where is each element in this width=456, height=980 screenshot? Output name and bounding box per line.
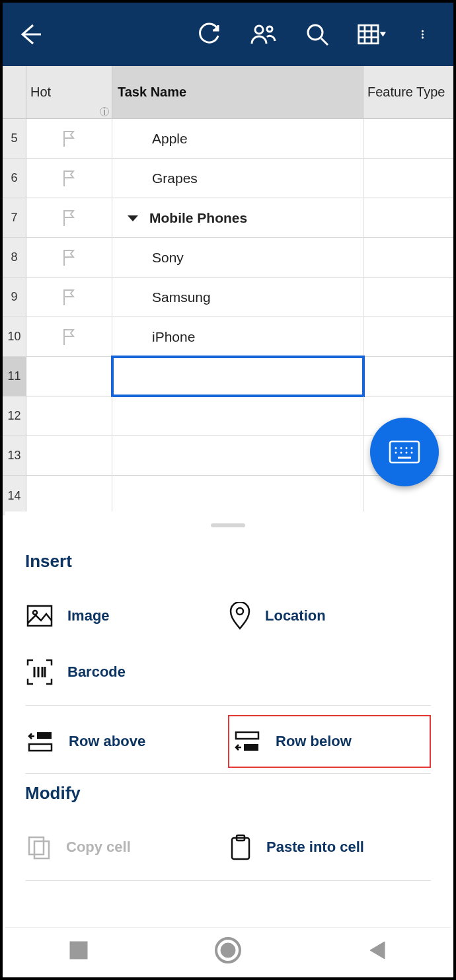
column-header-hot[interactable]: Hot i [26,66,112,118]
keyboard-fab[interactable] [370,418,439,486]
grid-row: 5Apple [3,119,453,159]
cell-feature[interactable] [363,317,453,356]
cell-feature[interactable] [363,238,453,277]
column-header-feature[interactable]: Feature Type [363,66,453,118]
svg-point-8 [395,447,397,449]
svg-point-1 [267,26,272,32]
svg-point-18 [33,611,37,615]
cell-task[interactable]: Mobile Phones [112,198,363,237]
cell-hot[interactable] [26,198,112,237]
svg-rect-30 [70,942,87,959]
row-number[interactable]: 12 [3,396,26,435]
cell-feature[interactable] [363,278,453,317]
back-button[interactable] [16,20,45,49]
grid-header-row: Hot i Task Name Feature Type [3,66,453,119]
cell-task[interactable] [112,357,363,396]
cell-feature[interactable] [363,357,453,396]
cell-hot[interactable] [26,238,112,277]
cell-task[interactable]: Apple [112,119,363,158]
svg-rect-24 [29,837,44,854]
cell-task[interactable]: Sony [112,238,363,277]
share-people-button[interactable] [248,20,278,49]
copy-cell-button: Copy cell [25,819,228,875]
cell-hot[interactable] [26,396,112,435]
cell-feature[interactable] [363,198,453,237]
insert-location-label: Location [265,607,326,624]
cell-hot[interactable] [26,357,112,396]
svg-point-14 [406,452,408,454]
row-number[interactable]: 10 [3,317,26,356]
cell-hot[interactable] [26,436,112,475]
svg-rect-21 [29,744,52,751]
insert-location-button[interactable]: Location [228,587,431,644]
indent-row-button[interactable] [228,890,431,903]
view-button[interactable] [357,20,386,49]
search-button[interactable] [303,20,332,49]
flag-icon [60,328,79,346]
collapse-caret-icon[interactable] [127,210,139,226]
grid-row: 9Samsung [3,278,453,317]
cell-task[interactable] [112,476,363,515]
paste-cell-button[interactable]: Paste into cell [228,819,431,875]
row-number[interactable]: 14 [3,476,26,515]
cell-hot[interactable] [26,278,112,317]
svg-rect-25 [34,841,49,858]
insert-row-above-button[interactable]: Row above [25,715,228,768]
row-number[interactable]: 11 [3,357,26,396]
svg-rect-3 [359,25,378,44]
cell-feature[interactable] [363,119,453,158]
nav-recent-button[interactable] [67,939,90,964]
svg-rect-23 [244,744,258,751]
sheet-handle[interactable] [211,523,245,527]
nav-home-button[interactable] [213,936,243,967]
paste-cell-label: Paste into cell [266,839,364,856]
column-header-task[interactable]: Task Name [112,66,363,118]
modify-section-title: Modify [25,783,431,804]
cell-hot[interactable] [26,119,112,158]
cell-hot[interactable] [26,317,112,356]
row-number[interactable]: 9 [3,278,26,317]
grid-row: 11 [3,357,453,396]
svg-point-32 [221,943,235,958]
cell-hot[interactable] [26,159,112,198]
svg-point-6 [422,37,423,38]
grid-row: 6Grapes [3,159,453,198]
cell-feature[interactable] [363,159,453,198]
grid-row: 14 [3,476,453,515]
cell-hot[interactable] [26,476,112,515]
refresh-button[interactable] [194,20,223,49]
insert-barcode-label: Barcode [67,663,126,681]
row-number[interactable]: 7 [3,198,26,237]
svg-point-0 [255,26,263,34]
row-number[interactable]: 13 [3,436,26,475]
svg-point-15 [411,452,413,454]
svg-point-2 [308,25,323,40]
nav-back-button[interactable] [366,939,389,964]
insert-section-title: Insert [25,551,431,572]
insert-image-label: Image [67,607,110,624]
row-number[interactable]: 5 [3,119,26,158]
svg-rect-20 [37,732,52,739]
svg-point-9 [400,447,402,449]
outdent-row-button[interactable] [25,890,228,903]
grid-row: 7Mobile Phones [3,198,453,238]
task-text: Apple [112,131,188,147]
svg-rect-22 [236,732,258,739]
app-toolbar [3,3,453,66]
cell-task[interactable]: Samsung [112,278,363,317]
insert-barcode-button[interactable]: Barcode [25,644,228,700]
svg-point-13 [400,452,402,454]
cell-task[interactable]: iPhone [112,317,363,356]
insert-row-below-button[interactable]: Row below [228,715,431,768]
corner-cell[interactable] [3,66,26,118]
more-menu-button[interactable] [411,20,440,49]
info-icon[interactable]: i [100,107,109,116]
cell-task[interactable] [112,436,363,475]
flag-icon [60,169,79,188]
flag-icon [60,248,79,267]
cell-task[interactable]: Grapes [112,159,363,198]
cell-task[interactable] [112,396,363,435]
row-number[interactable]: 8 [3,238,26,277]
row-number[interactable]: 6 [3,159,26,198]
insert-image-button[interactable]: Image [25,587,228,644]
